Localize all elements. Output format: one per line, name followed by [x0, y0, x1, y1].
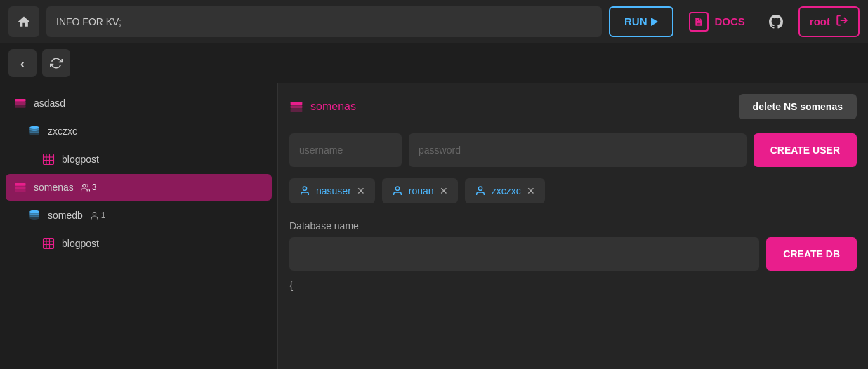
svg-rect-19	[291, 105, 303, 108]
refresh-button[interactable]	[42, 49, 70, 77]
github-button[interactable]	[761, 6, 791, 37]
svg-rect-10	[15, 187, 26, 189]
chip-rouan-name: rouan	[409, 185, 434, 196]
db-name-label: Database name	[289, 220, 857, 232]
sidebar-item-blogpost-2[interactable]: blogpost	[34, 230, 272, 257]
create-db-label: CREATE DB	[783, 248, 840, 260]
run-triangle-icon	[651, 18, 658, 26]
sidebar-item-somenas[interactable]: somenas 3	[6, 174, 272, 201]
svg-rect-0	[15, 99, 26, 102]
chip-user-icon-3	[475, 185, 486, 196]
query-input[interactable]: INFO FOR KV;	[46, 6, 602, 37]
back-button[interactable]: ‹	[8, 49, 37, 77]
kv-icon	[14, 97, 27, 109]
user-chips: nasuser ✕ rouan ✕ zxczxc ✕	[289, 178, 857, 203]
user-chip-nasuser: nasuser ✕	[289, 178, 375, 203]
sidebar-item-asdasd[interactable]: asdasd	[6, 90, 272, 116]
back-icon: ‹	[20, 55, 25, 72]
chip-nasuser-name: nasuser	[316, 185, 351, 196]
sidebar-item-zxczxc-label: zxczxc	[48, 126, 77, 137]
svg-rect-9	[15, 183, 26, 186]
svg-rect-4	[44, 154, 54, 165]
root-button[interactable]: root	[798, 6, 860, 37]
svg-rect-20	[291, 109, 303, 112]
create-user-label: CREATE USER	[770, 145, 840, 156]
sidebar-item-blogpost-1-label: blogpost	[62, 154, 99, 165]
delete-ns-label: delete NS somenas	[753, 101, 843, 112]
nav-bar: ‹	[0, 43, 868, 83]
chip-nasuser-close[interactable]: ✕	[357, 185, 365, 196]
username-input[interactable]	[289, 133, 402, 167]
github-icon	[768, 13, 784, 30]
top-bar: INFO FOR KV; RUN DOCS root	[0, 0, 868, 43]
table-icon-1	[42, 153, 55, 166]
home-icon	[17, 15, 31, 29]
main-content: asdasd zxczxc	[0, 83, 868, 369]
chip-zxczxc-close[interactable]: ✕	[527, 185, 535, 196]
table-icon-2	[42, 237, 55, 250]
svg-rect-1	[15, 102, 26, 105]
ns-panel-icon	[289, 100, 303, 114]
sidebar: asdasd zxczxc	[0, 83, 277, 369]
user-chip-zxczxc: zxczxc ✕	[465, 178, 545, 203]
docs-button[interactable]: DOCS	[680, 6, 753, 37]
svg-rect-2	[15, 105, 26, 108]
db-create-row: CREATE DB	[289, 237, 857, 271]
delete-ns-button[interactable]: delete NS somenas	[739, 94, 857, 119]
sidebar-item-blogpost-1[interactable]: blogpost	[34, 146, 272, 173]
chip-user-icon-2	[392, 185, 403, 196]
docs-label: DOCS	[714, 15, 744, 27]
db-name-input[interactable]	[289, 237, 759, 271]
svg-rect-11	[15, 189, 26, 192]
svg-rect-18	[291, 102, 303, 105]
bottom-brace: {	[289, 279, 857, 292]
run-button[interactable]: RUN	[609, 6, 674, 37]
run-label: RUN	[624, 15, 647, 27]
ns-header: somenas delete NS somenas	[289, 94, 857, 119]
somedb-user-count: 1	[90, 210, 106, 220]
create-user-button[interactable]: CREATE USER	[754, 133, 857, 167]
chip-user-icon	[299, 185, 310, 196]
db-section: Database name CREATE DB	[289, 220, 857, 271]
sidebar-item-somedb[interactable]: somedb 1	[20, 202, 272, 229]
create-db-button[interactable]: CREATE DB	[766, 237, 857, 271]
root-label: root	[810, 15, 830, 27]
db-icon	[28, 125, 41, 137]
sidebar-item-somenas-label: somenas	[34, 182, 74, 193]
db-icon-somedb	[28, 209, 41, 222]
password-input[interactable]	[409, 133, 747, 167]
ns-icon	[14, 181, 27, 194]
refresh-icon	[50, 57, 63, 69]
sidebar-item-asdasd-label: asdasd	[34, 98, 65, 109]
sidebar-item-somedb-label: somedb	[48, 210, 83, 221]
logout-icon	[836, 14, 848, 29]
ns-panel-name: somenas	[310, 100, 356, 113]
user-create-row: CREATE USER	[289, 133, 857, 167]
docs-icon	[689, 12, 709, 32]
user-count-icon	[81, 183, 90, 192]
sidebar-item-zxczxc[interactable]: zxczxc	[20, 118, 272, 145]
user-chip-rouan: rouan ✕	[382, 178, 458, 203]
sidebar-item-blogpost-2-label: blogpost	[62, 238, 99, 249]
right-panel: somenas delete NS somenas CREATE USER na…	[277, 83, 868, 369]
somedb-user-icon	[90, 211, 99, 220]
chip-rouan-close[interactable]: ✕	[440, 185, 448, 196]
chip-zxczxc-name: zxczxc	[492, 185, 521, 196]
svg-rect-13	[44, 239, 54, 249]
home-button[interactable]	[8, 6, 39, 37]
somenas-user-count: 3	[81, 182, 97, 192]
ns-label: somenas	[289, 100, 356, 114]
